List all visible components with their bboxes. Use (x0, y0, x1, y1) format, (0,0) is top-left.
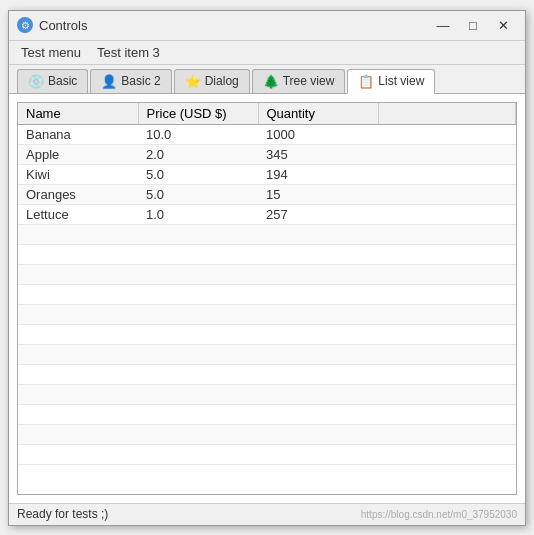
col-header-price: Price (USD $) (138, 103, 258, 125)
cell-price: 10.0 (138, 124, 258, 144)
status-bar: Ready for tests ;) https://blog.csdn.net… (9, 503, 525, 525)
cell-extra (378, 164, 516, 184)
title-bar: ⚙ Controls — □ ✕ (9, 11, 525, 41)
cell-extra (378, 204, 516, 224)
main-window: ⚙ Controls — □ ✕ Test menu Test item 3 💿… (8, 10, 526, 526)
tab-listview-label: List view (378, 74, 424, 88)
table-row-empty (18, 244, 516, 264)
table-row: Oranges5.015 (18, 184, 516, 204)
tab-basic2[interactable]: 👤 Basic 2 (90, 69, 171, 93)
table-row-empty (18, 384, 516, 404)
table-row-empty (18, 304, 516, 324)
menu-bar: Test menu Test item 3 (9, 41, 525, 65)
menu-test-item3[interactable]: Test item 3 (89, 43, 168, 62)
tab-treeview[interactable]: 🌲 Tree view (252, 69, 346, 93)
cell-extra (378, 144, 516, 164)
menu-test[interactable]: Test menu (13, 43, 89, 62)
tabs-bar: 💿 Basic 👤 Basic 2 ⭐ Dialog 🌲 Tree view 📋… (9, 65, 525, 94)
tab-listview[interactable]: 📋 List view (347, 69, 435, 94)
tab-treeview-label: Tree view (283, 74, 335, 88)
table-row-empty (18, 424, 516, 444)
tab-dialog-label: Dialog (205, 74, 239, 88)
col-header-extra (378, 103, 516, 125)
tab-basic-label: Basic (48, 74, 77, 88)
listview-icon: 📋 (358, 74, 374, 89)
cell-qty: 15 (258, 184, 378, 204)
cell-name: Oranges (18, 184, 138, 204)
cell-qty: 257 (258, 204, 378, 224)
cell-extra (378, 124, 516, 144)
cell-price: 5.0 (138, 164, 258, 184)
status-text: Ready for tests ;) (17, 507, 108, 521)
cell-name: Apple (18, 144, 138, 164)
cell-qty: 194 (258, 164, 378, 184)
cell-price: 2.0 (138, 144, 258, 164)
cell-extra (378, 184, 516, 204)
table-row-empty (18, 404, 516, 424)
table-row-empty (18, 284, 516, 304)
dialog-icon: ⭐ (185, 74, 201, 89)
maximize-button[interactable]: □ (459, 14, 487, 36)
list-table: Name Price (USD $) Quantity Banana10.010… (18, 103, 516, 465)
window-title: Controls (39, 18, 429, 33)
table-row: Apple2.0345 (18, 144, 516, 164)
table-row-empty (18, 364, 516, 384)
cell-name: Banana (18, 124, 138, 144)
basic2-icon: 👤 (101, 74, 117, 89)
table-row: Banana10.01000 (18, 124, 516, 144)
cell-name: Kiwi (18, 164, 138, 184)
close-button[interactable]: ✕ (489, 14, 517, 36)
col-header-name: Name (18, 103, 138, 125)
table-row-empty (18, 344, 516, 364)
table-row: Lettuce1.0257 (18, 204, 516, 224)
minimize-button[interactable]: — (429, 14, 457, 36)
table-row-empty (18, 324, 516, 344)
col-header-qty: Quantity (258, 103, 378, 125)
table-header-row: Name Price (USD $) Quantity (18, 103, 516, 125)
cell-price: 1.0 (138, 204, 258, 224)
tab-basic2-label: Basic 2 (121, 74, 160, 88)
table-row: Kiwi5.0194 (18, 164, 516, 184)
cell-qty: 345 (258, 144, 378, 164)
watermark-text: https://blog.csdn.net/m0_37952030 (361, 509, 517, 520)
list-view-container: Name Price (USD $) Quantity Banana10.010… (17, 102, 517, 495)
basic-icon: 💿 (28, 74, 44, 89)
treeview-icon: 🌲 (263, 74, 279, 89)
content-area: Name Price (USD $) Quantity Banana10.010… (9, 94, 525, 503)
cell-qty: 1000 (258, 124, 378, 144)
table-row-empty (18, 444, 516, 464)
tab-basic[interactable]: 💿 Basic (17, 69, 88, 93)
window-icon: ⚙ (17, 17, 33, 33)
cell-price: 5.0 (138, 184, 258, 204)
table-row-empty (18, 264, 516, 284)
cell-name: Lettuce (18, 204, 138, 224)
table-row-empty (18, 224, 516, 244)
window-controls: — □ ✕ (429, 14, 517, 36)
tab-dialog[interactable]: ⭐ Dialog (174, 69, 250, 93)
table-wrapper[interactable]: Name Price (USD $) Quantity Banana10.010… (18, 103, 516, 494)
